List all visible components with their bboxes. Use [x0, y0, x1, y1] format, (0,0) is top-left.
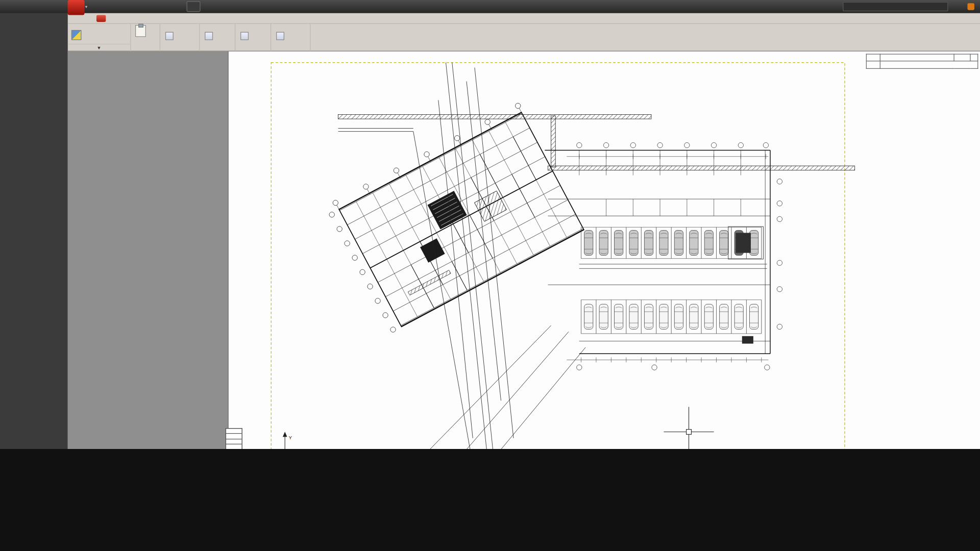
panel-import [200, 24, 235, 52]
reference-attach-button[interactable] [131, 24, 150, 52]
svg-text:Y: Y [289, 435, 292, 440]
ribbon-tab-bar [67, 13, 980, 24]
data-button[interactable] [235, 27, 255, 45]
panel-reference [131, 24, 160, 52]
clipboard-icon [135, 25, 146, 37]
title-bar: ▾ [67, 0, 980, 13]
floor-plan-drawing: Y X [229, 52, 980, 449]
infocenter [843, 1, 977, 12]
table-icon [240, 32, 249, 40]
cloud-icon [165, 32, 174, 40]
panel-linking [271, 24, 310, 52]
crosshair-cursor [664, 407, 714, 449]
titlebar-left-pad [0, 0, 67, 13]
panel-block: ▾ [67, 24, 131, 52]
media-icon[interactable] [96, 15, 106, 21]
import-button[interactable] [200, 27, 219, 45]
pointcloud-button[interactable] [160, 27, 180, 45]
room-schedule-table [866, 54, 977, 69]
panel-block-label[interactable]: ▾ [67, 44, 130, 52]
ribbon-panels: ▾ [67, 24, 980, 52]
linking-button[interactable] [271, 27, 291, 45]
ucs-icon: Y X [282, 433, 318, 449]
desktop-left-strip [0, 13, 67, 449]
drawing-area[interactable]: Y X [67, 52, 980, 449]
link-icon [276, 32, 284, 40]
import-icon [205, 32, 213, 40]
printable-area-border [271, 63, 845, 449]
app-menu-button[interactable] [67, 0, 84, 15]
panel-data [235, 24, 271, 52]
block-icon [71, 30, 82, 40]
panel-pointcloud [160, 24, 200, 52]
table-total-row [866, 61, 977, 68]
table-header-row [866, 54, 977, 61]
search-input[interactable] [843, 2, 948, 11]
layout-paper[interactable]: Y X [229, 52, 980, 449]
mini-legend-table [226, 428, 242, 449]
exchange-icon[interactable] [967, 3, 974, 10]
screen: ▾ [0, 0, 980, 449]
